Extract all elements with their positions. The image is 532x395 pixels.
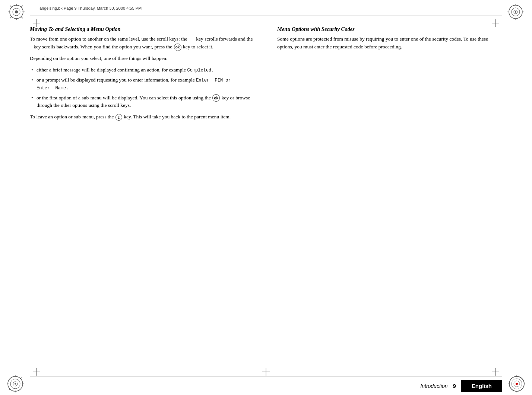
page-number: 9 [453,383,456,389]
bullet-list: either a brief message will be displayed… [30,66,255,110]
footer: Introduction 9 English [420,380,502,392]
bullet-item-1: either a brief message will be displayed… [30,66,255,74]
english-tab: English [461,380,502,392]
svg-point-22 [15,383,16,385]
right-section-title: Menu Options with Security Codes [277,26,502,32]
mono-enter: Enter PIN or Enter Name. [37,78,231,91]
svg-point-34 [516,383,518,385]
top-divider [30,16,502,16]
left-para2: Depending on the option you select, one … [30,55,255,63]
mono-completed: Completed. [187,68,214,73]
crosshair-bottom-left [33,368,40,376]
bottom-right-ornament [507,375,526,393]
svg-point-14 [515,11,516,13]
main-content: Moving To and Selecting a Menu Option To… [30,26,502,373]
ok-key-icon-2: ok [212,94,220,102]
introduction-label: Introduction [420,383,447,389]
crosshair-top-right [492,19,499,27]
bullet-item-3: or the first option of a sub-menu will b… [30,94,255,110]
bottom-left-ornament [6,375,25,393]
bullet-item-2: or a prompt will be displayed requesting… [30,76,255,92]
ok-key-icon: ok [174,44,181,51]
top-bar-info: angelsing.bk Page 9 Thursday, March 30, … [39,6,142,10]
svg-point-2 [15,10,18,13]
english-label: English [472,383,492,389]
svg-line-10 [10,16,12,18]
svg-line-8 [21,16,23,18]
crosshair-bottom-center [262,368,270,376]
top-right-ornament [507,3,525,21]
left-column: Moving To and Selecting a Menu Option To… [30,26,259,373]
top-left-ornament [7,3,25,21]
svg-line-7 [10,6,12,7]
top-bar-text: angelsing.bk Page 9 Thursday, March 30, … [39,6,142,10]
right-column: Menu Options with Security Codes Some op… [273,26,502,373]
crosshair-bottom-right [492,368,499,376]
bottom-divider [30,376,502,376]
left-section-title: Moving To and Selecting a Menu Option [30,26,255,32]
left-para1: To move from one option to another on th… [30,35,255,51]
left-para3: To leave an option or sub-menu, press th… [30,113,255,121]
svg-line-9 [21,6,23,7]
crosshair-top-left [33,19,40,27]
right-para1: Some options are protected from misuse b… [277,35,502,51]
c-key-icon: c [115,114,122,121]
